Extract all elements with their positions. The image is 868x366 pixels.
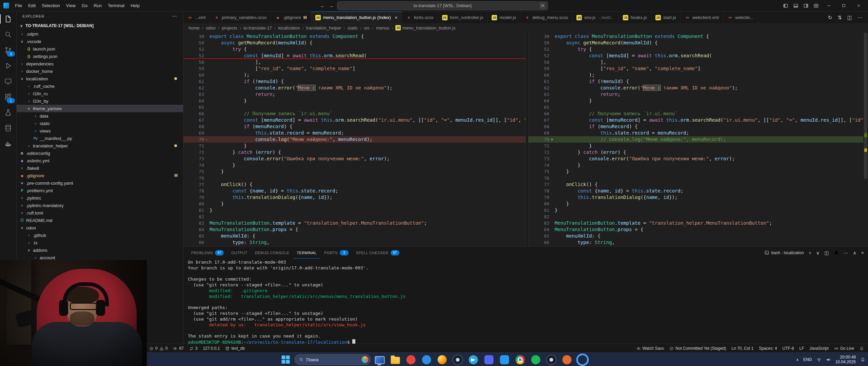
taskbar-search[interactable]: Поиск [295, 354, 371, 365]
tree-item-pylintrc[interactable]: ≡.pylintrc [16, 194, 183, 202]
tree-item-settings-json[interactable]: {}settings.json [16, 53, 183, 60]
tree-item-data[interactable]: ›data [16, 112, 183, 120]
breadcrumb-item-translation-helper[interactable]: translation_helper [306, 25, 341, 30]
code-line-75-right[interactable]: 75 } [528, 168, 868, 175]
breadcrumb-item-menu-translation-button-js[interactable]: JSmenu_translation_button.js [395, 25, 455, 30]
tree-item-eslintrc-yml[interactable]: ◆.eslintrc.yml [16, 157, 183, 164]
tab-gitignore[interactable]: ◆.gitignoreM [271, 11, 311, 24]
taskbar-clock[interactable]: 20:00:49 10.04.2025 [835, 355, 856, 364]
code-line-85-left[interactable]: 85 menuXmlId: { [183, 233, 526, 239]
tree-item-ruff-toml[interactable]: ≡.ruff.toml [16, 209, 183, 217]
activitybar-source-control[interactable]: 3 [0, 42, 16, 58]
terminal-dropdown-icon[interactable]: ∨ [816, 250, 820, 256]
tab-menu-translation-button-js-index[interactable]: JSmenu_translation_button.js (Index)× [311, 11, 402, 24]
taskbar-spotify[interactable] [529, 353, 542, 366]
activitybar-docker[interactable] [0, 136, 16, 151]
new-terminal-icon[interactable]: + [809, 250, 811, 256]
tree-item-odpm[interactable]: ›.odpm [16, 30, 183, 38]
close-panel-icon[interactable]: × [861, 250, 864, 256]
activitybar-run-debug[interactable] [0, 58, 16, 74]
code-line-72-right[interactable]: 72 } catch (error) { [528, 149, 868, 156]
split-terminal-icon[interactable]: ◫ [824, 250, 829, 256]
breadcrumb-item-menus[interactable]: menus [376, 25, 389, 30]
diff-pane-original[interactable]: 30export class MenuTranslationButton ext… [183, 32, 526, 247]
code-line-68-left[interactable]: 68 if (menuRecord) { [183, 123, 526, 130]
code-line-86-right[interactable]: 86 type: String, [528, 239, 868, 246]
tree-item-dependencies[interactable]: ›dependencies [16, 60, 183, 67]
breadcrumb-item-static[interactable]: static [348, 25, 358, 30]
code-line-76-right[interactable]: 76 [528, 175, 868, 181]
panel-tab-spell-checker[interactable]: SPELL CHECKER67 [353, 247, 403, 259]
terminal-instance[interactable]: bash - localization [764, 250, 804, 255]
code-line-77-left[interactable]: 77 onClick() { [183, 181, 526, 188]
code-line-79-right[interactable]: 79 this.translationDialog({name, id}); [528, 194, 868, 201]
status-eol[interactable]: LF [800, 346, 804, 351]
activitybar-extensions[interactable]: 1 [0, 89, 16, 105]
status-server-address[interactable]: 127.0.0.1 [203, 346, 220, 351]
tree-item-views[interactable]: ›views [16, 127, 183, 135]
code-line-82-left[interactable]: 82 [183, 214, 526, 220]
code-line-30-left[interactable]: 30export class MenuTranslationButton ext… [183, 33, 526, 40]
code-line-60-left[interactable]: 60 ); [183, 72, 526, 78]
menu-run[interactable]: Run [91, 0, 105, 11]
code-line-76-left[interactable]: 76 [183, 175, 526, 181]
toggle-sidebar-button[interactable] [781, 0, 791, 11]
tree-item-manifest-py[interactable]: Py__manifest__.py [16, 135, 183, 142]
diff-pane-modified[interactable]: 30export class MenuTranslationButton ext… [528, 32, 868, 247]
code-line-71-left[interactable]: 71 } [183, 143, 526, 149]
code-line-78-right[interactable]: 78 const {name, id} = this.state.record; [528, 188, 868, 194]
code-line-59-right[interactable]: 59 ["res_id", "name", "complete_name"] [528, 65, 868, 72]
tab-start-js[interactable]: JSstart.js [651, 11, 680, 24]
tab-form-controller-js[interactable]: JSform_controller.js [438, 11, 488, 24]
minimize-button[interactable] [821, 0, 836, 11]
taskbar-steam[interactable] [545, 353, 558, 366]
status-database[interactable]: test_db [225, 346, 244, 351]
command-center-icon[interactable] [540, 3, 545, 8]
tab-webclie[interactable]: <>webclie... [723, 11, 758, 24]
taskbar-app-orange[interactable] [560, 353, 574, 366]
code-line-83-left[interactable]: 83MenuTranslationButton.template = "tran… [183, 220, 526, 226]
tree-item-static[interactable]: ›static [16, 120, 183, 127]
code-line-85-right[interactable]: 85 menuXmlId: { [528, 233, 868, 239]
taskbar-edge[interactable] [420, 353, 433, 366]
status-notifications[interactable] [860, 346, 864, 351]
menu-selection[interactable]: Selection [39, 0, 63, 11]
code-line-69-left[interactable]: 69 this.state.record = menuRecord; [183, 130, 526, 136]
code-line-82-right[interactable]: 82 [528, 214, 868, 220]
hidden-icons-chevron[interactable]: ∧ [796, 358, 799, 362]
code-line-64-right[interactable]: 64 } [528, 98, 868, 104]
panel-tab-problems[interactable]: PROBLEMS67 [188, 247, 227, 259]
code-line-68-right[interactable]: 68 if (menuRecord) { [528, 123, 868, 130]
tree-item-theme-yartsev[interactable]: ∨theme_yartsev [16, 105, 183, 112]
breadcrumb-item-home[interactable]: home [189, 25, 200, 30]
tree-item-readme-md[interactable]: ⓘREADME.md [16, 217, 183, 224]
tab-webclient-xml[interactable]: <>webclient.xml [680, 11, 723, 24]
code-line-65-left[interactable]: 65 [183, 104, 526, 110]
activitybar-search[interactable] [0, 27, 16, 42]
maximize-panel-icon[interactable]: ∧ [853, 250, 856, 256]
code-line-60-right[interactable]: 60 ); [528, 72, 868, 78]
menu-file[interactable]: File [12, 0, 25, 11]
tab-xml[interactable]: <>...xml [183, 11, 210, 24]
code-line-83-right[interactable]: 83MenuTranslationButton.template = "tran… [528, 220, 868, 226]
breadcrumb-item-to-translate-17[interactable]: to-translate-17 [243, 25, 272, 30]
breadcrumb-item-src[interactable]: src [364, 25, 370, 30]
terminal-output[interactable]: On branch 17.0-add-translate-mode-003You… [188, 260, 865, 344]
tree-item-tx[interactable]: ›.tx [16, 239, 183, 246]
tree-item-vscode[interactable]: ∨.vscode [16, 38, 183, 45]
activitybar-remote-explorer[interactable] [0, 74, 16, 89]
tab-env-js[interactable]: JSenv.js.../web/... [572, 11, 619, 24]
code-line-65-right[interactable]: 65 [528, 104, 868, 110]
tree-item-ruff-cache[interactable]: ›.ruff_cache [16, 82, 183, 90]
menu-terminal[interactable]: Terminal [105, 0, 127, 11]
code-line-61-right[interactable]: 61 if (!menuId) { [528, 78, 868, 85]
code-line-52-left[interactable]: 52 const [menuId] = await this.orm.searc… [183, 53, 526, 59]
code-line-75-left[interactable]: 75 } [183, 168, 526, 175]
close-button[interactable] [851, 0, 866, 11]
code-line-66-right[interactable]: 66 // Получаем запись `ir.ui.menu` [528, 110, 868, 117]
taskbar-telegram[interactable] [467, 353, 480, 366]
status-cursor-position[interactable]: Ln 70, Col 1 [732, 346, 754, 351]
code-line-73-right[interactable]: 73 console.error("Ошибка при получении м… [528, 156, 868, 162]
menu-edit[interactable]: Edit [25, 0, 39, 11]
status-go-live[interactable]: Go Live [834, 346, 854, 351]
